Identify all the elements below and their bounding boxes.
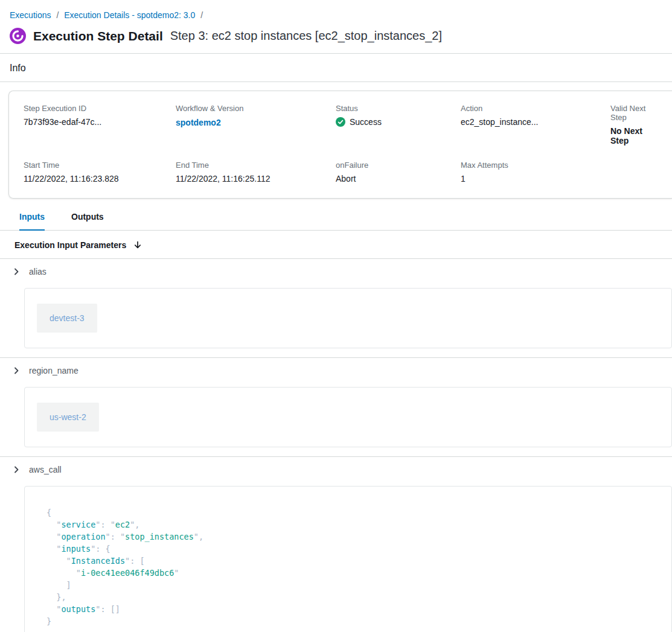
breadcrumb-link-execution-details[interactable]: Execution Details - spotdemo2: 3.0 <box>64 10 195 20</box>
field-value: ec2_stop_instance... <box>461 117 610 127</box>
field-value: Abort <box>336 174 461 184</box>
field-workflow-version: Workflow & Version spotdemo2 <box>176 104 336 145</box>
page-title: Execution Step Detail <box>33 29 163 43</box>
breadcrumb: Executions / Execution Details - spotdem… <box>0 0 672 20</box>
field-valid-next-step: Valid Next Step No Next Step <box>610 104 658 145</box>
region-name-value-panel: us-west-2 <box>24 387 672 447</box>
field-label: End Time <box>176 161 336 170</box>
breadcrumb-link-executions[interactable]: Executions <box>10 10 51 20</box>
status-badge: Success <box>336 117 461 127</box>
param-section-aws-call: aws_call { "service": "ec2", "operation"… <box>0 456 672 632</box>
info-divider <box>0 81 672 82</box>
field-label: Workflow & Version <box>176 104 336 113</box>
tab-outputs[interactable]: Outputs <box>71 212 104 231</box>
expander-alias[interactable]: alias <box>0 259 672 284</box>
field-value: 7b73f93e-edaf-47c... <box>24 117 176 127</box>
param-name: alias <box>29 267 46 276</box>
field-value: 11/22/2022, 11:16:23.828 <box>24 174 176 184</box>
tab-inputs[interactable]: Inputs <box>19 212 45 231</box>
chevron-right-icon <box>11 465 21 474</box>
field-label: Step Execution ID <box>24 104 176 113</box>
alias-value-chip: devtest-3 <box>37 304 97 333</box>
chevron-right-icon <box>11 366 21 375</box>
field-label: Action <box>461 104 610 113</box>
execution-input-parameters-header: Execution Input Parameters <box>0 231 672 258</box>
field-end-time: End Time 11/22/2022, 11:16:25.112 <box>176 161 336 184</box>
info-section-title: Info <box>0 54 672 81</box>
field-label: Status <box>336 104 461 113</box>
page-header: Execution Step Detail Step 3: ec2 stop i… <box>0 20 672 53</box>
field-label: Start Time <box>24 161 176 170</box>
info-fields-grid: Step Execution ID 7b73f93e-edaf-47c... W… <box>24 104 658 184</box>
field-status: Status Success <box>336 104 461 145</box>
field-label: Valid Next Step <box>610 104 658 122</box>
param-name: region_name <box>29 366 78 375</box>
field-value: 1 <box>461 174 610 184</box>
field-action: Action ec2_stop_instance... <box>461 104 610 145</box>
chevron-right-icon <box>11 267 21 276</box>
param-section-region-name: region_name us-west-2 <box>0 357 672 447</box>
expander-aws-call[interactable]: aws_call <box>0 457 672 482</box>
region-name-value-chip: us-west-2 <box>37 403 99 432</box>
aws-call-code-panel: { "service": "ec2", "operation": "stop_i… <box>24 486 672 632</box>
success-check-icon <box>336 117 345 127</box>
breadcrumb-separator: / <box>200 10 203 20</box>
breadcrumb-separator: / <box>56 10 59 20</box>
field-start-time: Start Time 11/22/2022, 11:16:23.828 <box>24 161 176 184</box>
arrow-down-icon[interactable] <box>133 240 142 250</box>
info-card: Step Execution ID 7b73f93e-edaf-47c... W… <box>8 91 672 199</box>
app-logo-icon <box>10 28 26 44</box>
param-section-alias: alias devtest-3 <box>0 258 672 348</box>
status-text: Success <box>350 117 382 127</box>
field-value: 11/22/2022, 11:16:25.112 <box>176 174 336 184</box>
json-code-block: { "service": "ec2", "operation": "stop_i… <box>46 506 659 627</box>
workflow-link[interactable]: spotdemo2 <box>176 118 221 127</box>
field-value: No Next Step <box>610 126 658 145</box>
params-header-label: Execution Input Parameters <box>14 240 126 250</box>
field-onfailure: onFailure Abort <box>336 161 461 184</box>
field-max-attempts: Max Attempts 1 <box>461 161 610 184</box>
expander-region-name[interactable]: region_name <box>0 358 672 383</box>
tab-bar: Inputs Outputs <box>0 212 672 231</box>
page-subtitle: Step 3: ec2 stop instances [ec2_stop_ins… <box>170 29 442 43</box>
field-label: Max Attempts <box>461 161 610 170</box>
field-label: onFailure <box>336 161 461 170</box>
param-name: aws_call <box>29 465 62 474</box>
alias-value-panel: devtest-3 <box>24 288 672 348</box>
field-step-execution-id: Step Execution ID 7b73f93e-edaf-47c... <box>24 104 176 145</box>
